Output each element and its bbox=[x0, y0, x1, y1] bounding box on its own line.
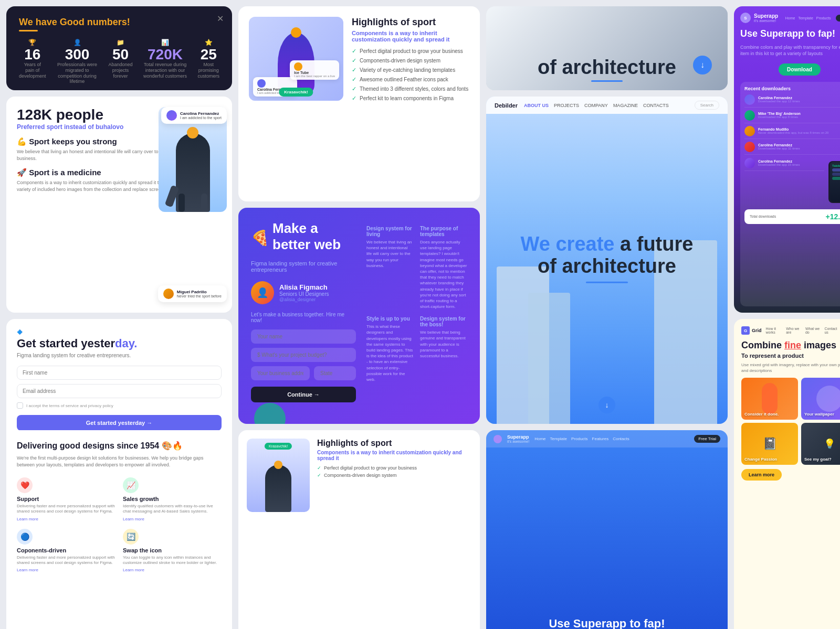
check-icon: ✓ bbox=[352, 57, 356, 64]
components-icon: 🔵 bbox=[17, 529, 33, 545]
user-card-2: Ice Tube I am the best rapper on a live bbox=[290, 60, 339, 80]
budget-input[interactable] bbox=[251, 348, 356, 362]
user-name-2: Miguel Padrillo bbox=[177, 290, 222, 294]
gs-title: Get started yesterday. bbox=[17, 337, 222, 350]
support-icon: ❤️ bbox=[17, 477, 33, 493]
recent-downloaders: Recent downloaders Carolina Fernandez Do… bbox=[740, 82, 840, 306]
sport-bottom-feature-2: ✓ Components-driven design system bbox=[317, 473, 471, 478]
gd-feature-icon: 🔄 Swap the icon You can toggle to any ic… bbox=[123, 529, 222, 573]
learn-more-support[interactable]: Learn more bbox=[17, 517, 116, 521]
grid-fine-card: G Grid How it works Who we are What we d… bbox=[734, 319, 840, 629]
sport-feature-3: ✓ Variety of eye-catching landing templa… bbox=[352, 67, 469, 73]
profile-handle: @alisia_designer bbox=[279, 297, 329, 302]
stat-revenue: 📊 720K Total revenue during interaction … bbox=[143, 39, 187, 84]
arch-scroll-button[interactable]: ↓ bbox=[693, 56, 712, 74]
sport-bottom-image: Krasavchik! bbox=[247, 439, 310, 512]
arch-nav-links: ABOUT US PROJECTS COMPANY MAGAZINE CONTA… bbox=[524, 103, 669, 108]
sport-bottom-content: Highlights of sport Components is a way … bbox=[317, 439, 471, 480]
total-label: Total downloads bbox=[750, 215, 776, 218]
downloader-2: Mike 'The Big' Anderson Downloaded the a… bbox=[744, 110, 840, 123]
arch-top-text: of architecture bbox=[486, 57, 728, 77]
user2-name: Ice Tube bbox=[294, 71, 335, 74]
good-numbers-card: ✕ We have Good numbers! 🏆 16 Years of pa… bbox=[6, 6, 232, 90]
gd-features-grid: ❤️ Support Delivering faster and more pe… bbox=[17, 477, 222, 573]
sport-image: Carolina Fernandez I am addicted to the … bbox=[249, 17, 343, 101]
avatar bbox=[744, 110, 755, 121]
profile-role: Seniors UI Designers bbox=[279, 291, 329, 297]
total-downloads: Total downloads +12.5K bbox=[744, 209, 840, 224]
gd-feature-components: 🔵 Coponents-driven Delivering faster and… bbox=[17, 529, 116, 573]
downloader-1: Carolina Fernandez Downloaded the app 12… bbox=[744, 94, 840, 108]
sport-badge: Krasavchik! bbox=[279, 88, 313, 97]
bw-col-1: Design system for living We believe that… bbox=[366, 226, 414, 310]
arch-bottom-card: Superapp it's awesome! Home Template Pro… bbox=[486, 430, 728, 629]
gf-images-grid: Consider it done. Your wallpaper 📓 Chang… bbox=[741, 378, 840, 465]
sport-feature-4: ✓ Awesome outlined Feather icons pack bbox=[352, 76, 469, 83]
stat-professionals: 👤 300 Professionals were migrated to com… bbox=[57, 39, 98, 84]
superapp-logo: S bbox=[740, 13, 751, 23]
gd-title: Delivering good designs since 1954 🎨🔥 bbox=[17, 441, 222, 452]
stat-label-prof: Professionals were migrated to competiti… bbox=[57, 62, 98, 84]
stat-label-proj: Abandoned projects forever bbox=[109, 62, 133, 79]
name-input[interactable] bbox=[251, 329, 356, 344]
gf-img-label-4: See my goal? bbox=[804, 457, 832, 462]
user2-msg: I am the best rapper on a live bbox=[294, 74, 335, 78]
arch-bottom-nav: Superapp it's awesome! Home Template Pro… bbox=[486, 430, 728, 447]
arch-center-nav: Debilder ABOUT US PROJECTS COMPANY MAGAZ… bbox=[486, 97, 728, 114]
gd-feature-support: ❤️ Support Delivering faster and more pe… bbox=[17, 477, 116, 521]
user-chat-card-1: Carolina Fernandez I am addicted to the … bbox=[161, 107, 227, 124]
close-icon[interactable]: ✕ bbox=[217, 14, 224, 24]
arch-bottom-tagline: it's awesome! bbox=[507, 440, 529, 443]
state-input[interactable] bbox=[314, 366, 356, 380]
bw-cta: Let's make a business together. Hire me … bbox=[251, 312, 356, 323]
arch-bottom-cta-btn[interactable]: Free Trial bbox=[694, 435, 720, 443]
gs-submit-btn[interactable]: Get started yesterday → bbox=[17, 415, 222, 431]
gf-img-label-1: Consider it done. bbox=[744, 412, 779, 417]
address-input[interactable] bbox=[251, 366, 310, 380]
stat-years: 🏆 16 Years of pain of development bbox=[19, 39, 46, 84]
better-web-card: 🍕 Make a better web Figma landing system… bbox=[238, 208, 480, 424]
gf-nav: G Grid How it works Who we are What we d… bbox=[741, 326, 840, 335]
total-value: +12.5K bbox=[825, 212, 840, 221]
learn-more-sales[interactable]: Learn more bbox=[123, 517, 222, 521]
sport-bottom-card: Krasavchik! Highlights of sport Componen… bbox=[238, 430, 480, 629]
bw-col-2: The purpose of templates Does anyone act… bbox=[420, 226, 467, 310]
bw-col-3: Style is up to you This is what these de… bbox=[366, 316, 414, 382]
superapp-nav-links: Home Template Products bbox=[785, 16, 831, 20]
stat-value-cust: 25 bbox=[201, 47, 217, 62]
sport-feature-1: ✓ Perfect digital product to grow your b… bbox=[352, 48, 469, 55]
bw-title: Make a better web bbox=[272, 220, 356, 253]
gs-firstname[interactable] bbox=[17, 366, 222, 380]
gf-img-2: Your wallpaper bbox=[801, 378, 840, 420]
bw-subtitle: Figma landing system for creative entrep… bbox=[251, 260, 356, 273]
downloader-4: Carolina Fernandez Downloaded the app 32… bbox=[744, 142, 840, 155]
arch-bottom-title: Use Superapp to fap! bbox=[497, 617, 717, 629]
gf-learn-btn[interactable]: Learn more bbox=[741, 469, 782, 481]
stat-value-years: 16 bbox=[24, 47, 40, 62]
bw-submit-btn[interactable]: Continue → bbox=[251, 387, 356, 402]
superapp-download-btn[interactable]: Download bbox=[779, 63, 821, 76]
downloader-3: Fernando Mudillo Never downloaded this a… bbox=[744, 126, 840, 139]
gs-email[interactable] bbox=[17, 384, 222, 398]
gs-subtitle: Figma landing system for creative entrep… bbox=[17, 353, 222, 358]
arch-search[interactable]: Search bbox=[695, 101, 719, 110]
avatar bbox=[166, 110, 177, 121]
gf-desc: Use mixed grid with imagery, replace wit… bbox=[741, 362, 840, 374]
phone-mockup: Tabika bbox=[828, 161, 840, 203]
superapp-nav: S Superapp it's awesome! Home Template P… bbox=[740, 13, 840, 23]
star-icon: ⭐ bbox=[205, 39, 213, 46]
sport-feature-5: ✓ Themed into 3 different styles, colors… bbox=[352, 86, 469, 92]
learn-more-icon[interactable]: Learn more bbox=[123, 568, 222, 572]
architecture-top-card: of architecture ↓ bbox=[486, 6, 728, 90]
arch-scroll-btn[interactable]: ↓ bbox=[598, 397, 615, 413]
sport-title: Highlights of sport bbox=[352, 17, 469, 28]
superapp-free-btn[interactable]: Free Trial bbox=[836, 15, 840, 22]
grid-icon: G bbox=[741, 326, 750, 335]
gf-logo: Grid bbox=[752, 328, 762, 333]
gs-checkbox[interactable] bbox=[17, 402, 23, 409]
learn-more-components[interactable]: Learn more bbox=[17, 568, 116, 572]
arch-bottom-links: Home Template Products Features Contacts bbox=[534, 436, 629, 441]
bw-form: Continue → bbox=[251, 329, 356, 402]
check-icon: ✓ bbox=[317, 465, 321, 471]
gf-title: Combine fine images bbox=[741, 340, 840, 351]
